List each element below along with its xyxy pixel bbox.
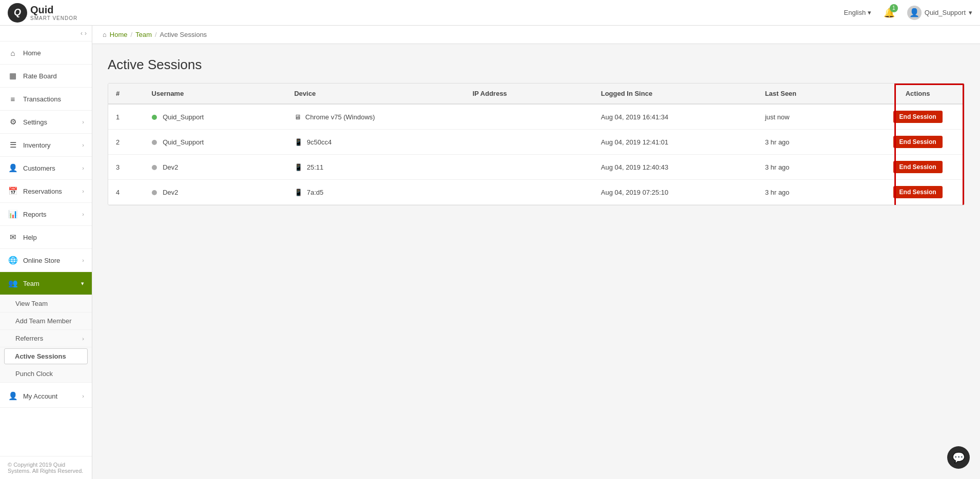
row-actions: End Session [871, 104, 964, 130]
row-username: Dev2 [144, 180, 287, 205]
reservations-icon: 📅 [8, 186, 18, 196]
logo-icon: Q [8, 3, 27, 23]
chevron-icon: › [82, 393, 84, 399]
sidebar-item-label: Home [23, 49, 84, 57]
row-username: Quid_Support [144, 130, 287, 155]
submenu-item-add-team-member[interactable]: Add Team Member [0, 313, 92, 330]
collapse-left-icon: ‹ [81, 30, 83, 37]
row-device: 📱 7a:d5 [287, 180, 465, 205]
end-session-button[interactable]: End Session [893, 161, 943, 173]
sidebar-item-reservations[interactable]: 📅 Reservations › [0, 180, 92, 203]
row-last-seen: 3 hr ago [757, 180, 872, 205]
sidebar-item-transactions[interactable]: ≡ Transactions [0, 88, 92, 111]
sidebar-footer: © Copyright 2019 Quid Systems. All Right… [0, 456, 92, 479]
sidebar-item-settings[interactable]: ⚙ Settings › [0, 111, 92, 134]
help-icon: ✉ [8, 232, 18, 242]
punch-clock-label: Punch Clock [15, 370, 53, 378]
referrers-label: Referrers [15, 335, 43, 342]
chevron-down-icon: ▾ [81, 280, 84, 287]
active-sessions-table: # Username Device IP Address Logged In S… [108, 84, 964, 205]
table-header: # Username Device IP Address Logged In S… [108, 84, 964, 104]
chevron-icon: › [82, 257, 84, 263]
col-header-username: Username [144, 84, 287, 104]
chat-bubble-button[interactable]: 💬 [947, 446, 970, 469]
home-breadcrumb-icon: ⌂ [103, 31, 107, 38]
settings-icon: ⚙ [8, 117, 18, 127]
col-header-logged-in-since: Logged In Since [593, 84, 757, 104]
row-ip [465, 104, 593, 130]
transactions-icon: ≡ [8, 94, 18, 104]
row-num: 1 [108, 104, 144, 130]
sidebar-item-customers[interactable]: 👤 Customers › [0, 157, 92, 180]
main-layout: ‹ › ⌂ Home ▦ Rate Board ≡ Transactions ⚙… [0, 26, 980, 479]
sidebar-item-inventory[interactable]: ☰ Inventory › [0, 134, 92, 157]
row-logged-in-since: Aug 04, 2019 07:25:10 [593, 180, 757, 205]
row-last-seen: 3 hr ago [757, 130, 872, 155]
header-right: English ▾ 🔔 1 👤 Quid_Support ▾ [844, 5, 972, 20]
logo-text: Quid Smart Vendor [30, 4, 77, 21]
chevron-icon: › [82, 119, 84, 125]
sidebar-item-team[interactable]: 👥 Team ▾ [0, 272, 92, 295]
add-team-member-label: Add Team Member [15, 317, 72, 325]
submenu-item-active-sessions[interactable]: Active Sessions [4, 348, 88, 364]
sidebar-item-label: Team [23, 280, 81, 287]
row-ip [465, 180, 593, 205]
mobile-icon: 📱 [294, 189, 303, 196]
row-device: 📱 25:11 [287, 155, 465, 180]
top-header: Q Quid Smart Vendor English ▾ 🔔 1 👤 Quid… [0, 0, 980, 26]
sidebar-item-label: Reservations [23, 188, 82, 195]
mobile-icon: 📱 [294, 138, 303, 146]
submenu-item-view-team[interactable]: View Team [0, 295, 92, 313]
user-menu[interactable]: 👤 Quid_Support ▾ [907, 6, 972, 20]
breadcrumb-separator-1: / [131, 31, 133, 38]
team-icon: 👥 [8, 278, 18, 288]
user-dropdown-icon: ▾ [969, 9, 972, 16]
col-header-num: # [108, 84, 144, 104]
col-header-ip: IP Address [465, 84, 593, 104]
col-header-last-seen: Last Seen [757, 84, 872, 104]
sidebar-item-rateboard[interactable]: ▦ Rate Board [0, 65, 92, 88]
sidebar: ‹ › ⌂ Home ▦ Rate Board ≡ Transactions ⚙… [0, 26, 92, 479]
row-last-seen: 3 hr ago [757, 155, 872, 180]
sidebar-item-label: Settings [23, 118, 82, 126]
end-session-button[interactable]: End Session [893, 136, 943, 148]
sidebar-item-label: Inventory [23, 141, 82, 149]
language-selector[interactable]: English ▾ [844, 9, 871, 16]
sidebar-item-reports[interactable]: 📊 Reports › [0, 203, 92, 226]
mobile-icon: 📱 [294, 163, 303, 171]
chevron-icon: › [82, 165, 84, 171]
reports-icon: 📊 [8, 209, 18, 219]
end-session-button[interactable]: End Session [893, 186, 943, 198]
rateboard-icon: ▦ [8, 71, 18, 81]
row-actions: End Session [871, 155, 964, 180]
table-body: 1 Quid_Support 🖥 Chrome v75 (Windows) Au… [108, 104, 964, 205]
row-actions: End Session [871, 130, 964, 155]
sidebar-item-label: Customers [23, 164, 82, 172]
status-dot-gray [152, 190, 157, 195]
row-num: 4 [108, 180, 144, 205]
notifications-button[interactable]: 🔔 1 [882, 5, 897, 20]
active-sessions-label: Active Sessions [15, 352, 66, 360]
sidebar-item-home[interactable]: ⌂ Home [0, 41, 92, 65]
row-ip [465, 155, 593, 180]
team-submenu: View Team Add Team Member Referrers › Ac… [0, 295, 92, 383]
end-session-button[interactable]: End Session [893, 111, 943, 123]
row-ip [465, 130, 593, 155]
sidebar-item-online-store[interactable]: 🌐 Online Store › [0, 249, 92, 272]
sidebar-item-label: Online Store [23, 257, 82, 264]
sidebar-item-help[interactable]: ✉ Help [0, 226, 92, 249]
notification-badge: 1 [890, 4, 898, 12]
view-team-label: View Team [15, 300, 48, 307]
submenu-item-punch-clock[interactable]: Punch Clock [0, 365, 92, 383]
sidebar-item-my-account[interactable]: 👤 My Account › [0, 385, 92, 408]
chevron-icon: › [82, 142, 84, 148]
submenu-item-referrers[interactable]: Referrers › [0, 330, 92, 347]
breadcrumb-team-link[interactable]: Team [135, 31, 152, 38]
breadcrumb-home-link[interactable]: Home [110, 31, 128, 38]
sidebar-collapse-button[interactable]: ‹ › [0, 26, 92, 41]
chevron-icon: › [82, 211, 84, 217]
chevron-sub-icon: › [82, 336, 84, 342]
row-num: 2 [108, 130, 144, 155]
brand-tagline: Smart Vendor [30, 15, 77, 21]
row-device: 📱 9c50cc4 [287, 130, 465, 155]
